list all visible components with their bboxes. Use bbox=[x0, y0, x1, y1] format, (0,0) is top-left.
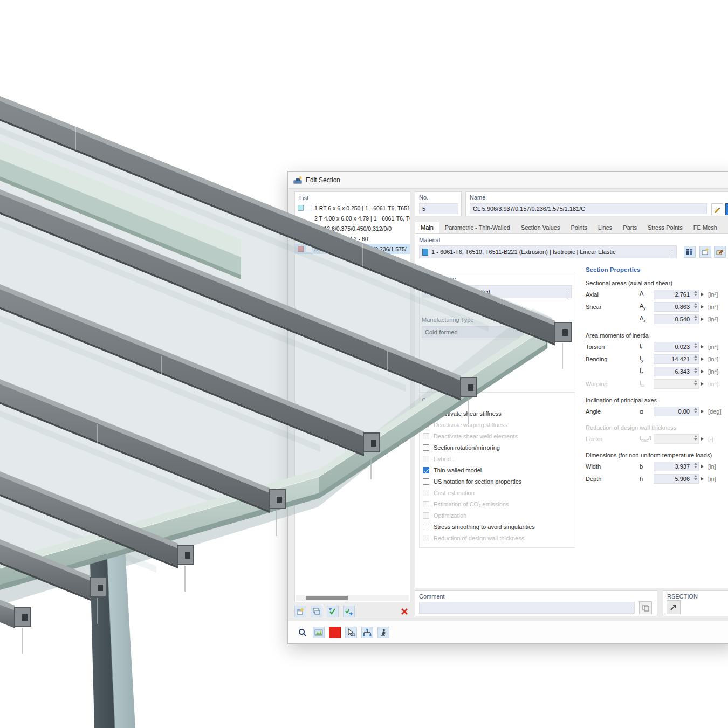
value-field[interactable]: 6.343 bbox=[654, 367, 699, 376]
check-apply-button[interactable] bbox=[327, 606, 339, 617]
tab-section-values[interactable]: Section Values bbox=[516, 222, 566, 233]
tab-subpanels-adm[interactable]: Subpanels | ADM bbox=[723, 222, 728, 233]
tab-points[interactable]: Points bbox=[565, 222, 593, 233]
list-item[interactable]: 4 Thin-Walled | 2 - 60 bbox=[295, 233, 410, 244]
checkbox-checked-icon[interactable] bbox=[423, 467, 429, 473]
checkbox-icon[interactable] bbox=[423, 410, 429, 417]
value-field bbox=[654, 434, 699, 444]
value-field[interactable]: 0.540 bbox=[654, 314, 699, 324]
value-field[interactable]: 14.421 bbox=[654, 354, 699, 364]
edit-material-button[interactable] bbox=[714, 246, 726, 258]
checkbox-icon[interactable] bbox=[423, 478, 429, 485]
value-field[interactable]: 2.761 bbox=[654, 290, 699, 299]
tab-parts[interactable]: Parts bbox=[617, 222, 642, 233]
option-row[interactable]: Deactivate shear stiffness bbox=[423, 408, 573, 419]
list-horizontal-scrollbar[interactable] bbox=[296, 595, 409, 601]
chevron-down-icon bbox=[630, 608, 630, 615]
option-row[interactable]: Section rotation/mirroring bbox=[423, 442, 573, 453]
comment-copy-button[interactable] bbox=[639, 601, 652, 614]
graphic-button[interactable] bbox=[313, 627, 325, 638]
group-title: Dimensions (for non-uniform temperature … bbox=[586, 452, 728, 458]
value-field[interactable]: 0.00 bbox=[654, 407, 699, 416]
new-material-button[interactable] bbox=[699, 246, 711, 258]
material-combo[interactable]: 1 - 6061-T6, T6510, T6511-B221 (Extrusio… bbox=[419, 245, 677, 258]
delete-icon bbox=[400, 607, 409, 616]
tab-lines[interactable]: Lines bbox=[593, 222, 617, 233]
item-checkbox[interactable] bbox=[306, 246, 312, 252]
rafter-beam bbox=[0, 379, 285, 536]
group-title: Inclination of principal axes bbox=[586, 397, 728, 403]
spinner-icon[interactable] bbox=[694, 355, 697, 361]
value-field[interactable]: 0.023 bbox=[654, 342, 699, 352]
name-input[interactable]: CL 5.906/3.937/0.157/0.236/1.575/1.181/C bbox=[470, 203, 707, 214]
spinner-icon[interactable] bbox=[694, 343, 697, 348]
find-button[interactable] bbox=[297, 627, 308, 638]
group-title: Area moments of inertia bbox=[586, 332, 728, 339]
option-row[interactable]: Stress smoothing to avoid singularities bbox=[423, 521, 573, 532]
list-item[interactable]: 2 T 4.00 x 6.00 x 4.79 | 1 - 6061-T6, T6 bbox=[295, 213, 410, 223]
manufacturing-type-combo[interactable]: Cold-formed bbox=[422, 326, 572, 338]
option-row-thin-walled-model[interactable]: Thin-walled model bbox=[423, 464, 573, 476]
detail-button[interactable] bbox=[700, 302, 705, 312]
pencil-icon bbox=[713, 205, 721, 213]
info-button[interactable] bbox=[725, 203, 728, 215]
delete-section-button[interactable] bbox=[399, 606, 410, 617]
item-checkbox[interactable] bbox=[306, 205, 312, 211]
tab-parametric-thin-walled[interactable]: Parametric - Thin-Walled bbox=[439, 222, 516, 233]
pointer-button[interactable] bbox=[345, 627, 357, 638]
material-library-button[interactable] bbox=[684, 246, 696, 258]
detail-button[interactable] bbox=[700, 407, 705, 416]
property-row: Az 0.540 [in²] bbox=[586, 313, 728, 325]
copy-section-button[interactable] bbox=[311, 606, 322, 617]
list-item[interactable]: 1 RT 6 x 6 x 0.250 | 1 - 6061-T6, T6510 bbox=[295, 203, 410, 213]
section-type-combo[interactable]: Parametric - Thin-Walled bbox=[422, 285, 572, 298]
spinner-icon[interactable] bbox=[694, 368, 697, 373]
check-transfer-button[interactable] bbox=[343, 606, 355, 617]
option-row[interactable]: US notation for section properties bbox=[423, 476, 573, 487]
detail-button[interactable] bbox=[700, 462, 705, 471]
detail-button[interactable] bbox=[700, 367, 705, 376]
tab-main[interactable]: Main bbox=[415, 222, 439, 233]
detail-button[interactable] bbox=[700, 342, 705, 352]
tab-stress-points[interactable]: Stress Points bbox=[642, 222, 688, 233]
property-row-disabled: Factor tdes/t [-] bbox=[586, 432, 728, 445]
spinner-icon[interactable] bbox=[694, 315, 697, 321]
copy-icon bbox=[642, 604, 649, 612]
section-icon bbox=[293, 176, 302, 184]
rename-button[interactable] bbox=[711, 203, 723, 215]
add-section-button[interactable] bbox=[294, 606, 306, 617]
spinner-icon[interactable] bbox=[694, 463, 697, 468]
rsection-export-button[interactable] bbox=[667, 600, 681, 614]
detail-button[interactable] bbox=[700, 314, 705, 324]
value-field[interactable]: 5.906 bbox=[654, 474, 699, 484]
option-row: Cost estimation bbox=[423, 487, 573, 498]
spinner-icon[interactable] bbox=[694, 475, 697, 480]
structure-button[interactable] bbox=[361, 627, 373, 638]
tab-fe-mesh[interactable]: FE Mesh bbox=[688, 222, 723, 233]
section-type-group: Section Type Parametric - Thin-Walled Ma… bbox=[419, 272, 575, 393]
main-tab-content: Material 1 - 6061-T6, T6510, T6511-B221 … bbox=[415, 233, 728, 588]
detail-button[interactable] bbox=[700, 474, 705, 484]
dialog-titlebar[interactable]: Edit Section bbox=[288, 172, 728, 189]
checkbox-icon[interactable] bbox=[423, 524, 429, 530]
property-row: Torsion It 0.023 [in⁴] bbox=[586, 340, 728, 353]
spinner-icon[interactable] bbox=[694, 291, 697, 296]
list-item[interactable]: 3 2.12.6/0.375/0.450/0.312/0/0 bbox=[295, 223, 410, 233]
detail-button[interactable] bbox=[700, 354, 705, 364]
checkbox-icon[interactable] bbox=[423, 444, 429, 451]
detail-button[interactable] bbox=[700, 290, 705, 299]
beam-end-cap bbox=[269, 490, 285, 509]
person-icon bbox=[379, 628, 388, 637]
value-field[interactable]: 3.937 bbox=[654, 462, 699, 471]
list-item-selected[interactable]: 5 CL 5.906/3.937/0.157/0.236/1.575/ bbox=[295, 244, 410, 254]
no-field[interactable]: 5 bbox=[419, 203, 458, 214]
color-button[interactable] bbox=[329, 627, 341, 638]
comment-combo[interactable] bbox=[419, 602, 635, 614]
spinner-icon[interactable] bbox=[694, 408, 697, 413]
property-row: Angle α 0.00 [deg] bbox=[586, 405, 728, 417]
name-panel: Name CL 5.906/3.937/0.157/0.236/1.575/1.… bbox=[465, 191, 728, 216]
person-button[interactable] bbox=[377, 627, 389, 638]
spinner-icon[interactable] bbox=[694, 303, 697, 308]
value-field[interactable]: 0.863 bbox=[654, 302, 699, 312]
section-type-label: Section Type bbox=[422, 276, 456, 282]
